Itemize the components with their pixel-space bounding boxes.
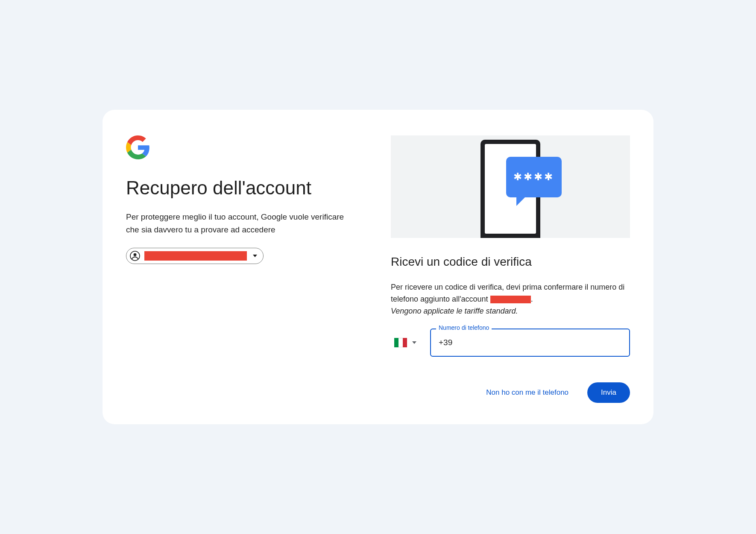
- actions-row: Non ho con me il telefono Invia: [391, 382, 630, 403]
- chevron-down-icon: [412, 341, 416, 344]
- standard-rates-note: Vengono applicate le tariffe standard.: [391, 307, 630, 316]
- left-column: Recupero dell'account Per proteggere meg…: [126, 135, 365, 403]
- code-stars: ✱✱✱✱: [513, 171, 554, 183]
- account-name-redacted: [490, 296, 531, 303]
- right-column: ✱✱✱✱ Ricevi un codice di verifica Per ri…: [391, 135, 630, 403]
- account-email-redacted: [144, 251, 247, 261]
- section-body: Per ricevere un codice di verifica, devi…: [391, 282, 630, 305]
- verification-illustration: ✱✱✱✱: [391, 135, 630, 238]
- section-title: Ricevi un codice di verifica: [391, 255, 630, 269]
- chevron-down-icon: [253, 255, 257, 257]
- page-title: Recupero dell'account: [126, 177, 365, 199]
- phone-input[interactable]: [430, 329, 630, 357]
- phone-input-row: Numero di telefono: [391, 329, 630, 357]
- page-subtitle: Per proteggere meglio il tuo account, Go…: [126, 211, 357, 236]
- google-logo-icon: [126, 135, 365, 159]
- account-selector-chip[interactable]: [126, 248, 264, 264]
- person-icon: [130, 251, 140, 261]
- section-body-suffix: .: [531, 295, 533, 303]
- phone-icon: ✱✱✱✱: [481, 140, 540, 238]
- code-bubble-icon: ✱✱✱✱: [506, 157, 562, 197]
- phone-input-label: Numero di telefono: [436, 324, 492, 331]
- account-recovery-card: Recupero dell'account Per proteggere meg…: [103, 110, 653, 425]
- phone-field: Numero di telefono: [430, 329, 630, 357]
- submit-button[interactable]: Invia: [587, 382, 630, 403]
- country-selector[interactable]: [391, 334, 420, 351]
- italy-flag-icon: [394, 338, 407, 347]
- no-phone-button[interactable]: Non ho con me il telefono: [484, 384, 570, 401]
- svg-point-1: [134, 253, 137, 256]
